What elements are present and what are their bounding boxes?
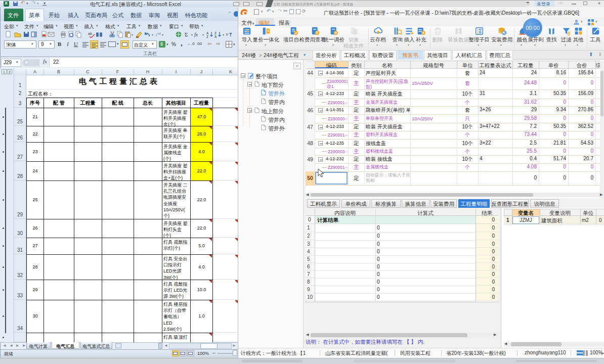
svg-text:A: A [214,35,217,38]
svg-text:fx: fx [194,32,198,37]
svg-text:$: $ [316,31,318,34]
svg-text:A: A [206,31,209,35]
svg-text:ab: ab [88,32,92,35]
svg-text:Z: Z [214,31,217,35]
svg-text:Z: Z [206,35,208,38]
svg-text:Σ: Σ [185,31,188,37]
